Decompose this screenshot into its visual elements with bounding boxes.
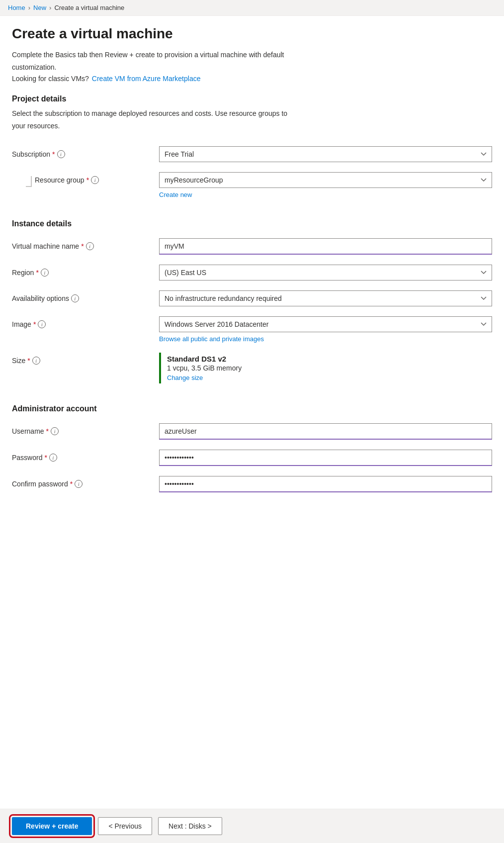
resource-group-required: * <box>86 176 89 184</box>
password-required: * <box>44 454 47 462</box>
previous-button[interactable]: < Previous <box>98 817 152 835</box>
subscription-required: * <box>52 150 55 158</box>
region-label: Region * i <box>12 269 49 277</box>
indent-visual: Resource group * i <box>26 176 99 187</box>
page-title: Create a virtual machine <box>12 26 492 42</box>
resource-group-field-cell: myResourceGroup Create new <box>151 167 492 203</box>
breadcrumb-current: Create a virtual machine <box>54 4 124 11</box>
region-info-icon[interactable]: i <box>41 269 49 277</box>
vm-name-label-cell: Virtual machine name * i <box>12 233 151 260</box>
instance-form: Virtual machine name * i Region * i (US)… <box>12 233 492 388</box>
image-label-cell: Image * i <box>12 311 151 348</box>
breadcrumb-sep-1: › <box>28 4 30 11</box>
size-name: Standard DS1 v2 <box>167 355 492 363</box>
change-size-link[interactable]: Change size <box>167 374 492 381</box>
size-required: * <box>27 357 30 365</box>
subscription-select[interactable]: Free Trial <box>159 146 492 162</box>
main-content: Create a virtual machine Complete the Ba… <box>0 16 504 547</box>
region-required: * <box>36 269 38 277</box>
username-info-icon[interactable]: i <box>51 427 59 435</box>
project-desc-2: your resources. <box>12 121 492 131</box>
intro-text-1: Complete the Basics tab then Review + cr… <box>12 50 492 60</box>
username-label-cell: Username * i <box>12 418 151 445</box>
username-field-cell <box>151 418 492 445</box>
project-details-title: Project details <box>12 94 492 103</box>
breadcrumb: Home › New › Create a virtual machine <box>0 0 504 16</box>
bottom-bar: Review + create < Previous Next : Disks … <box>0 809 504 843</box>
region-select[interactable]: (US) East US <box>159 265 492 281</box>
create-new-link[interactable]: Create new <box>159 191 492 198</box>
review-create-button[interactable]: Review + create <box>12 817 92 835</box>
project-form: Subscription * i Free Trial Resource gr <box>12 141 492 203</box>
availability-label-cell: Availability options i <box>12 285 151 311</box>
resource-group-info-icon[interactable]: i <box>91 176 99 184</box>
resource-group-label-cell: Resource group * i <box>12 167 151 203</box>
intro-text-2: customization. <box>12 62 492 73</box>
image-select[interactable]: Windows Server 2016 Datacenter <box>159 316 492 332</box>
subscription-field-cell: Free Trial <box>151 141 492 167</box>
size-label-cell: Size * i <box>12 348 151 388</box>
password-input[interactable] <box>159 450 492 466</box>
image-required: * <box>33 320 36 328</box>
region-field-cell: (US) East US <box>151 260 492 285</box>
admin-form: Username * i Password * i Confirm passwo… <box>12 418 492 497</box>
vm-name-info-icon[interactable]: i <box>86 242 94 250</box>
region-label-cell: Region * i <box>12 260 151 285</box>
next-disks-button[interactable]: Next : Disks > <box>158 817 222 835</box>
confirm-password-label-cell: Confirm password * i <box>12 471 151 497</box>
size-block: Standard DS1 v2 1 vcpu, 3.5 GiB memory C… <box>159 353 492 383</box>
browse-images-link[interactable]: Browse all public and private images <box>159 335 492 343</box>
confirm-password-input[interactable] <box>159 476 492 492</box>
breadcrumb-sep-2: › <box>49 4 51 11</box>
password-label: Password * i <box>12 454 57 462</box>
classic-vms-link[interactable]: Create VM from Azure Marketplace <box>92 75 201 83</box>
image-info-icon[interactable]: i <box>38 320 46 328</box>
username-label: Username * i <box>12 427 59 435</box>
confirm-password-required: * <box>70 480 73 488</box>
confirm-password-info-icon[interactable]: i <box>75 480 83 488</box>
confirm-password-field-cell <box>151 471 492 497</box>
availability-label: Availability options i <box>12 294 79 302</box>
vm-name-label: Virtual machine name * i <box>12 242 94 250</box>
availability-select[interactable]: No infrastructure redundancy required <box>159 290 492 306</box>
size-info-icon[interactable]: i <box>32 357 40 365</box>
breadcrumb-new[interactable]: New <box>33 4 46 11</box>
size-field-cell: Standard DS1 v2 1 vcpu, 3.5 GiB memory C… <box>151 348 492 388</box>
vm-name-field-cell <box>151 233 492 260</box>
breadcrumb-home[interactable]: Home <box>8 4 25 11</box>
classic-vms-row: Looking for classic VMs? Create VM from … <box>12 75 492 83</box>
password-label-cell: Password * i <box>12 445 151 471</box>
availability-field-cell: No infrastructure redundancy required <box>151 285 492 311</box>
username-input[interactable] <box>159 423 492 440</box>
subscription-label: Subscription * i <box>12 150 65 158</box>
image-label: Image * i <box>12 320 46 328</box>
resource-group-select[interactable]: myResourceGroup <box>159 172 492 188</box>
username-required: * <box>46 427 49 435</box>
password-field-cell <box>151 445 492 471</box>
confirm-password-label: Confirm password * i <box>12 480 83 488</box>
vm-name-input[interactable] <box>159 238 492 255</box>
size-desc: 1 vcpu, 3.5 GiB memory <box>167 364 492 372</box>
project-desc-1: Select the subscription to manage deploy… <box>12 108 492 119</box>
subscription-info-icon[interactable]: i <box>57 150 65 158</box>
image-field-cell: Windows Server 2016 Datacenter Browse al… <box>151 311 492 348</box>
availability-info-icon[interactable]: i <box>71 294 79 302</box>
classic-vms-text: Looking for classic VMs? <box>12 75 89 83</box>
resource-group-label: Resource group * i <box>35 176 99 184</box>
password-info-icon[interactable]: i <box>49 454 57 462</box>
vm-name-required: * <box>81 242 84 250</box>
subscription-label-cell: Subscription * i <box>12 141 151 167</box>
admin-account-title: Administrator account <box>12 404 492 413</box>
size-label: Size * i <box>12 357 40 365</box>
instance-details-title: Instance details <box>12 219 492 228</box>
